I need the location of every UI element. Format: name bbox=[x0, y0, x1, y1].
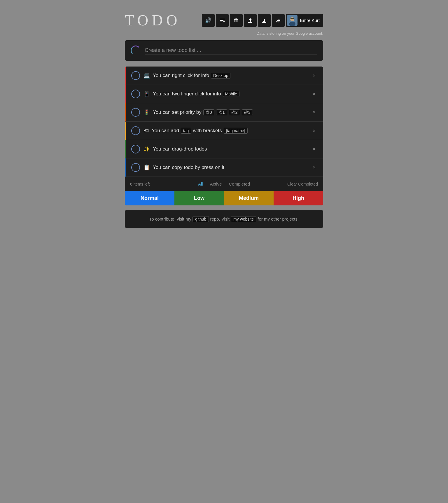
table-row: 🚦 You can set priority by @0 @1 @2 @3 × bbox=[125, 103, 323, 122]
traffic-light-icon: 🚦 bbox=[144, 109, 150, 116]
tag-badge: [tag name] bbox=[224, 128, 248, 134]
toolbar: 🔊 🗑 bbox=[202, 14, 323, 27]
table-row: 💻 You can right click for info Desktop × bbox=[125, 67, 323, 85]
download-button[interactable] bbox=[258, 14, 271, 27]
user-button[interactable]: Emre Kurt bbox=[286, 14, 323, 27]
svg-rect-1 bbox=[220, 20, 223, 21]
tag-badge: Desktop bbox=[211, 73, 230, 78]
filter-all-button[interactable]: All bbox=[197, 181, 204, 187]
todo-checkbox-1[interactable] bbox=[131, 71, 140, 80]
delete-all-button[interactable]: 🗑 bbox=[230, 14, 243, 27]
new-todo-panel bbox=[125, 40, 323, 61]
avatar bbox=[287, 15, 298, 26]
footer-text-before: To contribute, visit my bbox=[149, 216, 191, 221]
tag-badge: @3 bbox=[242, 109, 253, 115]
delete-button-5[interactable]: × bbox=[310, 145, 318, 153]
svg-rect-4 bbox=[248, 22, 252, 23]
sort-button[interactable] bbox=[216, 14, 229, 27]
priority-bar: Normal Low Medium High bbox=[125, 191, 323, 205]
todo-list-panel: 💻 You can right click for info Desktop ×… bbox=[125, 67, 323, 205]
app-title: TODO bbox=[125, 12, 181, 29]
tag-badge: Mobile bbox=[223, 91, 239, 97]
table-row: 📋 You can copy todo by press on it × bbox=[125, 158, 323, 177]
priority-low-button[interactable]: Low bbox=[174, 191, 224, 205]
filter-completed-button[interactable]: Completed bbox=[228, 181, 251, 187]
todo-text-6: 📋 You can copy todo by press on it bbox=[144, 164, 310, 171]
github-link[interactable]: github bbox=[192, 216, 209, 222]
filter-buttons: All Active Completed bbox=[177, 181, 271, 187]
priority-normal-button[interactable]: Normal bbox=[125, 191, 174, 205]
tag-badge: @0 bbox=[203, 109, 214, 115]
website-link[interactable]: my website bbox=[231, 216, 256, 222]
table-row: 🏷 You can add tag with brackets [tag nam… bbox=[125, 122, 323, 140]
footer-bar: 6 items left All Active Completed Clear … bbox=[125, 177, 323, 191]
storage-note: Data is storing on your Google account. bbox=[125, 31, 323, 36]
svg-rect-0 bbox=[220, 19, 225, 19]
clipboard-icon: 📋 bbox=[144, 164, 150, 171]
loading-icon bbox=[131, 46, 141, 55]
svg-rect-5 bbox=[262, 22, 266, 23]
delete-button-2[interactable]: × bbox=[310, 90, 318, 98]
todo-text-2: 📱 You can two finger click for info Mobi… bbox=[144, 91, 310, 97]
delete-button-6[interactable]: × bbox=[310, 163, 318, 172]
priority-medium-button[interactable]: Medium bbox=[224, 191, 274, 205]
sparkles-icon: ✨ bbox=[144, 146, 150, 152]
footer-note: To contribute, visit my github repo. Vis… bbox=[125, 210, 323, 228]
todo-text-4: 🏷 You can add tag with brackets [tag nam… bbox=[144, 128, 310, 134]
new-todo-input[interactable] bbox=[145, 46, 317, 55]
todo-checkbox-5[interactable] bbox=[131, 145, 140, 153]
delete-button-4[interactable]: × bbox=[310, 127, 318, 135]
table-row: ✨ You can drag-drop todos × bbox=[125, 140, 323, 158]
filter-active-button[interactable]: Active bbox=[209, 181, 223, 187]
mobile-icon: 📱 bbox=[144, 91, 150, 97]
clear-completed-button[interactable]: Clear Completed bbox=[271, 182, 318, 186]
todo-checkbox-4[interactable] bbox=[131, 126, 140, 135]
todo-text-3: 🚦 You can set priority by @0 @1 @2 @3 bbox=[144, 109, 310, 116]
footer-text-mid: repo. Visit bbox=[210, 216, 230, 221]
todo-text-1: 💻 You can right click for info Desktop bbox=[144, 72, 310, 79]
footer-text-after: for my other projects. bbox=[258, 216, 299, 221]
user-name: Emre Kurt bbox=[300, 18, 320, 23]
svg-rect-9 bbox=[290, 18, 294, 19]
priority-high-button[interactable]: High bbox=[274, 191, 323, 205]
items-left-count: 6 items left bbox=[130, 182, 177, 186]
svg-rect-2 bbox=[220, 22, 222, 22]
delete-button-3[interactable]: × bbox=[310, 108, 318, 117]
sound-button[interactable]: 🔊 bbox=[202, 14, 215, 27]
todo-checkbox-3[interactable] bbox=[131, 108, 140, 117]
header: TODO 🔊 🗑 bbox=[125, 12, 323, 29]
upload-button[interactable] bbox=[244, 14, 257, 27]
laptop-icon: 💻 bbox=[144, 72, 150, 79]
share-button[interactable] bbox=[272, 14, 285, 27]
svg-point-7 bbox=[290, 17, 294, 21]
delete-button-1[interactable]: × bbox=[310, 71, 318, 80]
tag-icon: 🏷 bbox=[144, 128, 149, 134]
todo-text-5: ✨ You can drag-drop todos bbox=[144, 146, 310, 152]
tag-badge: @2 bbox=[229, 109, 240, 115]
tag-badge: @1 bbox=[216, 109, 227, 115]
tag-badge: tag bbox=[181, 128, 191, 134]
todo-checkbox-2[interactable] bbox=[131, 90, 140, 98]
table-row: 📱 You can two finger click for info Mobi… bbox=[125, 85, 323, 103]
todo-checkbox-6[interactable] bbox=[131, 163, 140, 172]
